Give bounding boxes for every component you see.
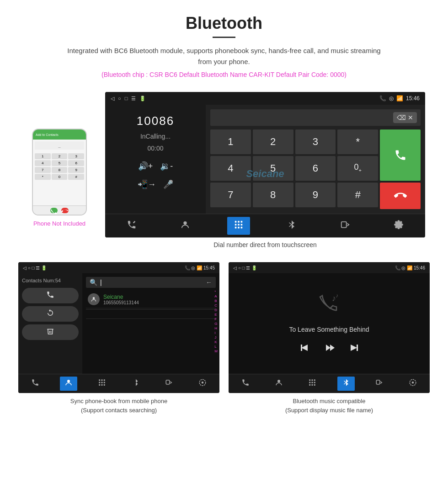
phone-key-8[interactable]: 8 — [52, 167, 68, 173]
phone-key-1[interactable]: 1 — [35, 153, 51, 159]
phone-icon-status: 📞 — [379, 95, 386, 102]
pb-delete-btn[interactable] — [22, 324, 79, 340]
key-4[interactable]: 4 — [210, 156, 251, 181]
phone-key-9[interactable]: 9 — [68, 167, 84, 173]
pb-call-btn[interactable] — [22, 288, 79, 303]
pb-search-cursor[interactable]: | — [100, 279, 102, 286]
phone-key-6[interactable]: 6 — [68, 160, 84, 166]
key-hash[interactable]: # — [337, 183, 378, 207]
dial-bottom-keypad-icon[interactable] — [227, 217, 250, 235]
phone-key-hash[interactable]: # — [68, 174, 84, 180]
pb-bottom-transfer-icon[interactable] — [160, 377, 178, 391]
music-bottom-transfer-icon[interactable] — [371, 377, 388, 391]
key-7[interactable]: 7 — [210, 183, 251, 207]
phone-end-btn[interactable] — [61, 208, 69, 213]
prev-btn[interactable] — [299, 342, 310, 356]
svg-rect-21 — [101, 384, 103, 386]
svg-rect-37 — [314, 379, 315, 381]
dial-timer: 00:00 — [147, 145, 163, 152]
status-left-icons: ◁ ○ □ ☰ 🔋 — [111, 96, 146, 102]
svg-rect-18 — [101, 382, 103, 383]
key-2[interactable]: 2 — [253, 129, 293, 154]
phone-top-label: Add to Contacts — [36, 133, 59, 136]
dial-input-row: ⌫ ✕ — [210, 109, 421, 126]
svg-rect-16 — [104, 379, 105, 381]
dial-screen: ◁ ○ □ ☰ 🔋 📞 ◎ 📶 15:46 10086 InC — [105, 92, 425, 237]
key-3[interactable]: 3 — [295, 129, 336, 154]
svg-rect-35 — [309, 379, 311, 381]
next-btn[interactable] — [348, 342, 359, 356]
pb-bottom-keypad-icon[interactable] — [93, 377, 111, 391]
music-phone-art: ♪ ♪ — [315, 291, 343, 318]
play-next-btn[interactable] — [324, 342, 335, 356]
dial-number-display: 10086 — [137, 114, 174, 128]
svg-rect-44 — [376, 380, 380, 384]
phone-key-star[interactable]: * — [35, 174, 51, 180]
key-9[interactable]: 9 — [295, 183, 336, 207]
svg-rect-6 — [240, 224, 242, 226]
music-bottom-settings-icon[interactable] — [404, 377, 421, 391]
svg-rect-19 — [104, 382, 105, 383]
music-bottom-phone-icon[interactable] — [237, 377, 254, 391]
dial-bottom-settings-icon[interactable] — [387, 217, 410, 235]
dial-bottom-bar — [105, 214, 425, 237]
vol-down-btn[interactable]: 🔉- — [160, 161, 173, 171]
music-bottom-contacts-icon[interactable] — [270, 377, 288, 391]
call-btn[interactable] — [380, 129, 421, 181]
transfer-btn[interactable]: 📲→ — [138, 179, 156, 189]
phonebook-body: Contacts Num:54 🔍 | ← — [18, 273, 219, 374]
dial-right-panel: ⌫ ✕ 1 2 3 * 4 5 6 0+ 7 — [206, 105, 425, 214]
svg-text:♪: ♪ — [336, 292, 338, 299]
page-description: Integrated with BC6 Bluetooth module, su… — [64, 45, 384, 67]
pb-bottom-contacts-icon[interactable] — [60, 377, 77, 391]
dial-bottom-phone-icon[interactable] — [120, 217, 143, 235]
svg-marker-30 — [326, 345, 331, 351]
phone-key-2[interactable]: 2 — [52, 153, 68, 159]
phone-key-4[interactable]: 4 — [35, 160, 51, 166]
pb-bottom-bluetooth-icon[interactable] — [127, 377, 144, 391]
svg-rect-36 — [312, 379, 313, 381]
pb-empty-row1 — [86, 311, 216, 319]
dial-screen-wrapper: ◁ ○ □ ☰ 🔋 📞 ◎ 📶 15:46 10086 InC — [105, 92, 425, 248]
phone-call-btn[interactable] — [50, 208, 58, 213]
dial-bottom-transfer-icon[interactable] — [334, 217, 357, 235]
backspace-btn[interactable]: ⌫ ✕ — [393, 112, 417, 123]
svg-marker-32 — [351, 345, 357, 351]
pb-bottom-phone-icon[interactable] — [27, 377, 44, 391]
recents-icon: □ — [125, 96, 128, 101]
pb-sync-btn[interactable] — [22, 306, 79, 322]
pb-contact-avatar — [88, 293, 100, 305]
key-6[interactable]: 6 — [295, 156, 336, 181]
phone-key-0[interactable]: 0 — [52, 174, 68, 180]
music-bottom-keypad-icon[interactable] — [304, 377, 321, 391]
key-0plus[interactable]: 0+ — [337, 156, 378, 181]
phone-aside: Add to Contacts _ 1 2 3 4 5 6 7 8 9 * 0 … — [23, 129, 96, 227]
music-controls — [299, 342, 359, 356]
music-status-bar: ◁ ○ □ ☰ 🔋 📞 ◎ 📶 15:46 — [229, 262, 430, 273]
dial-status-bar: ◁ ○ □ ☰ 🔋 📞 ◎ 📶 15:46 — [105, 92, 425, 105]
pb-status-left: ◁ ○ □ ☰ 🔋 — [23, 265, 47, 270]
pb-contact-info: Seicane 10655059113144 — [103, 294, 139, 305]
key-1[interactable]: 1 — [210, 129, 251, 154]
music-block: ◁ ○ □ ☰ 🔋 📞 ◎ 📶 15:46 ♪ ♪ To Leave Somet… — [229, 262, 430, 415]
key-star[interactable]: * — [337, 129, 378, 154]
phone-key-3[interactable]: 3 — [68, 153, 84, 159]
svg-rect-10 — [341, 222, 347, 228]
svg-rect-20 — [99, 384, 101, 386]
title-underline — [213, 37, 235, 38]
dial-main: 10086 InCalling... 00:00 🔊+ 🔉- 📲→ 🎤 — [105, 105, 425, 214]
end-btn[interactable] — [380, 183, 421, 209]
music-bottom-bluetooth-icon[interactable] — [337, 377, 355, 391]
key-8[interactable]: 8 — [253, 183, 293, 207]
dial-bottom-bluetooth-icon[interactable] — [280, 217, 303, 235]
vol-up-btn[interactable]: 🔊+ — [138, 161, 153, 171]
phone-key-7[interactable]: 7 — [35, 167, 51, 173]
pb-contact-item[interactable]: Seicane 10655059113144 — [86, 291, 216, 308]
music-screen: ◁ ○ □ ☰ 🔋 📞 ◎ 📶 15:46 ♪ ♪ To Leave Somet… — [229, 262, 430, 393]
phone-key-5[interactable]: 5 — [52, 160, 68, 166]
key-5[interactable]: 5 — [253, 156, 293, 181]
pb-bottom-settings-icon[interactable] — [194, 377, 211, 391]
dial-controls: 🔊+ 🔉- — [138, 161, 173, 171]
dial-bottom-contacts-icon[interactable] — [174, 217, 197, 235]
mic-btn[interactable]: 🎤 — [163, 179, 173, 189]
